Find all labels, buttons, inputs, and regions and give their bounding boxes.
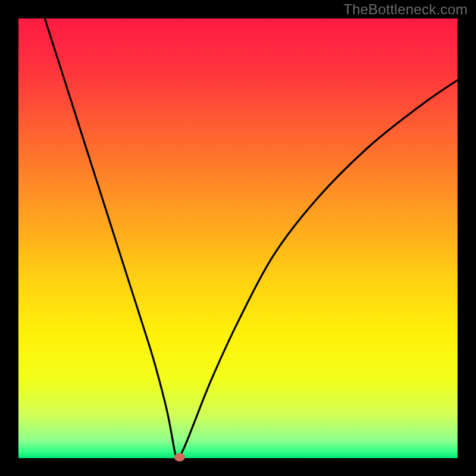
chart-frame: TheBottleneck.com (0, 0, 476, 476)
plot-background (18, 18, 458, 458)
optimum-marker (174, 453, 185, 462)
bottleneck-chart (0, 0, 476, 476)
